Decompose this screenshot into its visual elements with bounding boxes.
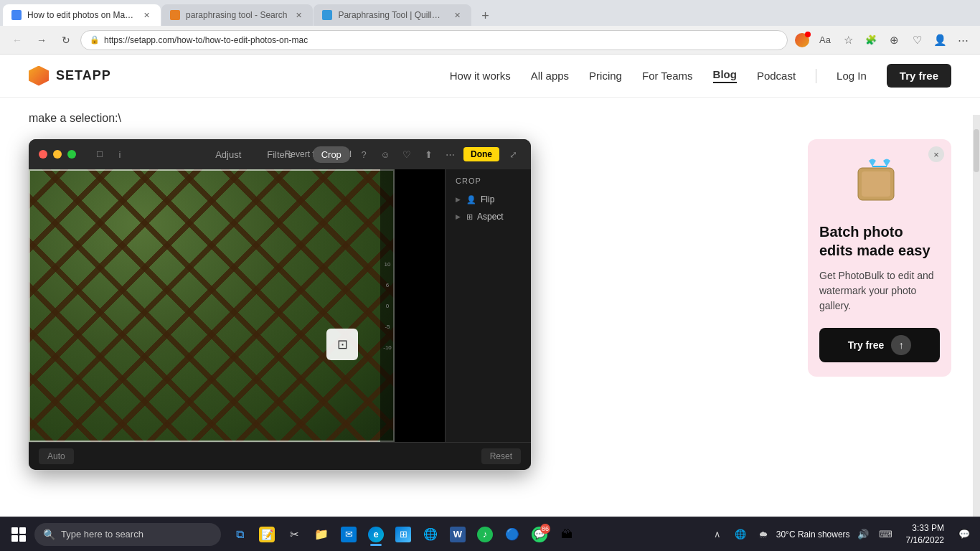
nav-try-button[interactable]: Try free: [887, 64, 951, 88]
taskbar-apps: ⧉ 📝 ✂ 📁 ✉ e ⊞ 🌐 W: [227, 522, 580, 547]
mac-auto-button[interactable]: Auto: [39, 448, 74, 464]
taskbar-chrome[interactable]: 🌐: [418, 522, 443, 547]
mac-help-icon[interactable]: ?: [356, 146, 372, 162]
time-display: 3:33 PM: [906, 522, 944, 534]
browser-toolbar-icons: Aa ☆ 🧩 ⊕ ♡ 👤 ⋯: [792, 30, 973, 50]
network-icon[interactable]: 🌐: [730, 524, 750, 545]
taskbar-clock[interactable]: 3:33 PM 7/16/2022: [900, 522, 950, 547]
taskbar-edge[interactable]: e: [363, 522, 389, 547]
taskbar-ms-store[interactable]: ⊞: [390, 522, 416, 547]
flip-icon: 👤: [466, 195, 476, 204]
nav-for-teams[interactable]: For Teams: [642, 70, 693, 82]
browser-extension-icon[interactable]: 🧩: [861, 30, 881, 50]
tab3-close[interactable]: ✕: [451, 9, 463, 21]
settings-more-icon[interactable]: ⋯: [953, 30, 973, 50]
ms-store-icon: ⊞: [395, 527, 411, 542]
sidebar-flip-item[interactable]: ▶ 👤 Flip: [453, 191, 524, 208]
mac-reset-button[interactable]: Reset: [481, 448, 521, 464]
tab3-title: Paraphrasing Tool | QuillBot AI: [338, 10, 446, 20]
browser-tab-3[interactable]: Paraphrasing Tool | QuillBot AI ✕: [314, 4, 471, 26]
speaker-icon[interactable]: 🔊: [853, 524, 873, 545]
mac-more-icon[interactable]: ⋯: [442, 146, 458, 162]
setapp-logo-icon: [29, 66, 49, 86]
taskbar-spotify[interactable]: ♪: [472, 522, 498, 547]
mac-done-button[interactable]: Done: [463, 147, 499, 161]
mac-info-icon[interactable]: i: [112, 146, 128, 162]
mac-face-icon[interactable]: ☺: [377, 146, 393, 162]
mac-checkbox-icon[interactable]: ☐: [92, 146, 108, 162]
notification-center-icon[interactable]: 💬: [954, 524, 974, 545]
browser-tab-2[interactable]: paraphrasing tool - Search ✕: [161, 4, 313, 26]
forward-button[interactable]: →: [32, 30, 52, 50]
taskbar-task-view[interactable]: ⧉: [227, 522, 253, 547]
spotify-icon: ♪: [477, 527, 493, 542]
heart-icon[interactable]: ♡: [907, 30, 927, 50]
mac-close-btn[interactable]: [39, 150, 47, 159]
mac-minimize-btn[interactable]: [53, 150, 62, 159]
mac-share-icon[interactable]: ⬆: [420, 146, 436, 162]
mac-heart-icon[interactable]: ♡: [399, 146, 415, 162]
taskbar-search-box[interactable]: 🔍 Type here to search: [34, 523, 221, 546]
weather-icon[interactable]: 🌧: [753, 524, 773, 545]
taskbar-whatsapp[interactable]: 💬 86: [527, 522, 552, 547]
favorites-star-icon[interactable]: ☆: [838, 30, 858, 50]
scrollbar[interactable]: [973, 115, 980, 517]
mac-expand-icon[interactable]: ⤢: [505, 146, 521, 162]
tab2-favicon: [170, 10, 180, 20]
start-button[interactable]: [6, 522, 32, 547]
tab3-favicon: [322, 10, 332, 20]
ad-close-button[interactable]: ×: [928, 146, 944, 162]
logo-text: SETAPP: [56, 68, 111, 83]
taskbar-word[interactable]: W: [445, 522, 471, 547]
mac-window-controls: [39, 150, 76, 159]
word-icon: W: [450, 527, 466, 542]
taskbar-google[interactable]: 🔵: [499, 522, 525, 547]
mac-nav-crop[interactable]: Crop: [313, 146, 350, 163]
date-display: 7/16/2022: [906, 534, 944, 547]
svg-rect-1: [862, 171, 890, 197]
mac-nav-adjust[interactable]: Adjust: [209, 146, 247, 163]
taskbar-sticky-notes[interactable]: 📝: [254, 522, 280, 547]
keyboard-icon[interactable]: ⌨: [876, 524, 896, 545]
tab2-title: paraphrasing tool - Search: [186, 10, 287, 20]
taskbar-snipping[interactable]: ✂: [281, 522, 307, 547]
tab2-close[interactable]: ✕: [293, 9, 304, 21]
back-button[interactable]: ←: [7, 30, 27, 50]
nav-how-it-works[interactable]: How it works: [450, 70, 511, 82]
site-logo[interactable]: SETAPP: [29, 66, 111, 86]
whatsapp-badge: 86: [540, 524, 550, 534]
mac-fullscreen-btn[interactable]: [67, 150, 76, 159]
nav-podcast[interactable]: Podcast: [757, 70, 796, 82]
taskbar-photos[interactable]: 🏔: [554, 522, 580, 547]
nav-login[interactable]: Log In: [837, 70, 867, 82]
crop-handle[interactable]: ⊡: [326, 329, 358, 360]
read-aloud-icon[interactable]: Aa: [815, 30, 835, 50]
sidebar-aspect-item[interactable]: ▶ ⊞ Aspect: [453, 208, 524, 225]
address-bar[interactable]: 🔒 https://setapp.com/how-to/how-to-edit-…: [80, 30, 788, 50]
browser-tab-1[interactable]: How to edit photos on Mac 202... ✕: [3, 4, 161, 26]
collections-icon[interactable]: ⊕: [884, 30, 904, 50]
edge-profile-icon[interactable]: [792, 30, 812, 50]
ad-try-button[interactable]: Try free ↑: [819, 328, 940, 362]
mac-sidebar: CROP ▶ 👤 Flip ▶ ⊞ Aspect: [445, 169, 531, 442]
browser-chrome: How to edit photos on Mac 202... ✕ parap…: [0, 0, 980, 55]
taskbar-right: ∧ 🌐 🌧 30°C Rain showers 🔊 ⌨ 3:33 PM 7/16…: [707, 522, 974, 547]
reload-button[interactable]: ↻: [56, 30, 76, 50]
arrow-up-icon: ↑: [891, 335, 911, 355]
nav-all-apps[interactable]: All apps: [531, 70, 569, 82]
nav-pricing[interactable]: Pricing: [589, 70, 622, 82]
photos-icon: 🏔: [559, 527, 575, 542]
flip-chevron: ▶: [456, 196, 461, 203]
mac-nav-filters[interactable]: Filters: [261, 146, 298, 163]
taskbar-email[interactable]: ✉: [336, 522, 362, 547]
user-profile-icon[interactable]: 👤: [930, 30, 950, 50]
chevron-up-icon[interactable]: ∧: [707, 524, 727, 545]
scroll-thumb[interactable]: [974, 129, 979, 172]
crop-selection-box[interactable]: [29, 169, 395, 442]
new-tab-button[interactable]: +: [475, 6, 495, 26]
mac-header-icons: ? ☺ ♡ ⬆ ⋯ Done ⤢: [356, 146, 521, 162]
tab1-close[interactable]: ✕: [141, 9, 152, 21]
mac-window: ☐ i Revert to Original Adjust Filters Cr…: [29, 139, 531, 470]
taskbar-file-explorer[interactable]: 📁: [308, 522, 334, 547]
nav-blog[interactable]: Blog: [713, 68, 737, 83]
